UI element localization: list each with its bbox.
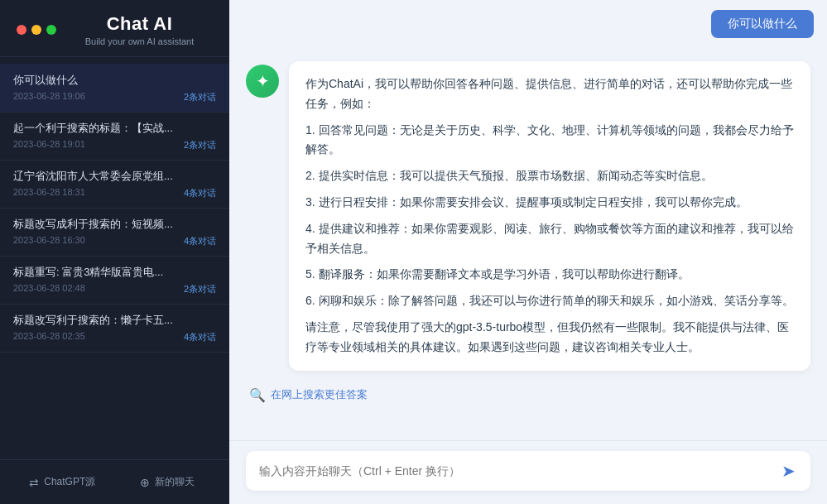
conv-title: 标题改写成利于搜索的：短视频...	[13, 217, 216, 232]
search-icon: 🔍	[249, 387, 266, 403]
conv-date: 2023-06-28 02:35	[13, 331, 85, 343]
input-container: ➤	[246, 451, 810, 491]
conv-meta: 2023-06-28 02:48 2条对话	[13, 283, 216, 295]
conv-meta: 2023-06-28 19:01 2条对话	[13, 139, 216, 151]
conv-item-top: 标题重写: 富贵3精华版富贵电...	[13, 265, 216, 280]
app-title-block: Chat AI Build your own AI assistant	[66, 13, 213, 46]
list-item[interactable]: 标题改写利于搜索的：懒子卡五... 2023-06-28 02:35 4条对话	[0, 305, 229, 353]
conv-meta: 2023-06-28 02:35 4条对话	[13, 331, 216, 343]
message-item-4: 5. 翻译服务：如果你需要翻译文本或是学习外语，我可以帮助你进行翻译。	[305, 265, 794, 285]
conv-count: 2条对话	[184, 139, 216, 151]
conv-count: 4条对话	[184, 235, 216, 247]
conv-count: 4条对话	[184, 187, 216, 199]
message-item-3: 4. 提供建议和推荐：如果你需要观影、阅读、旅行、购物或餐饮等方面的建议和推荐，…	[305, 219, 794, 259]
ai-icon: ✦	[256, 71, 270, 91]
conv-date: 2023-06-28 02:48	[13, 283, 85, 295]
conv-item-top: 你可以做什么 导出 ↻	[13, 72, 216, 88]
conv-item-top: 辽宁省沈阳市人大常委会原党组...	[13, 169, 216, 184]
app-subtitle: Build your own AI assistant	[66, 36, 213, 46]
source-icon: ⇄	[29, 476, 39, 489]
conv-date: 2023-06-28 18:31	[13, 187, 85, 199]
message-intro: 作为ChatAi，我可以帮助你回答各种问题、提供信息、进行简单的对话，还可以帮助…	[305, 74, 794, 114]
list-item[interactable]: 起一个利于搜索的标题：【实战... 2023-06-28 19:01 2条对话	[0, 113, 229, 161]
refresh-button[interactable]: ↻	[202, 72, 216, 88]
new-chat-label: 新的聊天	[155, 475, 195, 489]
conv-date: 2023-06-28 19:01	[13, 139, 85, 151]
message-item-5: 6. 闲聊和娱乐：除了解答问题，我还可以与你进行简单的聊天和娱乐，如小游戏、笑话…	[305, 291, 794, 311]
conv-title: 辽宁省沈阳市人大常委会原党组...	[13, 169, 216, 184]
message-item-1: 2. 提供实时信息：我可以提供天气预报、股票市场数据、新闻动态等实时信息。	[305, 166, 794, 186]
conv-item-top: 标题改写利于搜索的：懒子卡五...	[13, 313, 216, 328]
conv-date: 2023-06-28 16:30	[13, 235, 85, 247]
input-area: ➤	[229, 440, 827, 504]
conv-item-top: 起一个利于搜索的标题：【实战...	[13, 121, 216, 136]
maximize-button[interactable]	[46, 25, 56, 35]
source-label: ChatGPT源	[44, 475, 95, 489]
sidebar: Chat AI Build your own AI assistant 你可以做…	[0, 0, 229, 504]
conv-date: 2023-06-28 19:06	[13, 91, 85, 103]
minimize-button[interactable]	[31, 25, 41, 35]
conv-meta: 2023-06-28 18:31 4条对话	[13, 187, 216, 199]
list-item[interactable]: 标题改写成利于搜索的：短视频... 2023-06-28 16:30 4条对话	[0, 209, 229, 257]
message-block: ✦ 作为ChatAi，我可以帮助你回答各种问题、提供信息、进行简单的对话，还可以…	[246, 61, 810, 371]
message-note: 请注意，尽管我使用了强大的gpt-3.5-turbo模型，但我仍然有一些限制。我…	[305, 318, 794, 358]
conv-count: 2条对话	[184, 91, 216, 103]
list-item[interactable]: 你可以做什么 导出 ↻ 2023-06-28 19:06 2条对话	[0, 64, 229, 113]
send-button[interactable]: ➤	[780, 459, 797, 482]
conv-count: 4条对话	[184, 331, 216, 343]
app-title: Chat AI	[66, 13, 213, 35]
avatar: ✦	[246, 65, 279, 98]
main-panel: 你可以做什么 ✦ 作为ChatAi，我可以帮助你回答各种问题、提供信息、进行简单…	[229, 0, 827, 504]
search-input[interactable]	[259, 464, 772, 478]
sidebar-footer: ⇄ ChatGPT源 ⊕ 新的聊天	[0, 459, 229, 504]
search-hint-text: 在网上搜索更佳答案	[271, 387, 368, 402]
main-header: 你可以做什么	[229, 0, 827, 48]
traffic-lights	[17, 25, 56, 35]
list-item[interactable]: 标题重写: 富贵3精华版富贵电... 2023-06-28 02:48 2条对话	[0, 257, 229, 305]
conv-item-top: 标题改写成利于搜索的：短视频...	[13, 217, 216, 232]
chatgpt-source-button[interactable]: ⇄ ChatGPT源	[13, 470, 112, 494]
conv-meta: 2023-06-28 19:06 2条对话	[13, 91, 216, 103]
conversation-list: 你可以做什么 导出 ↻ 2023-06-28 19:06 2条对话 起一个利于搜…	[0, 57, 229, 459]
new-chat-icon: ⊕	[140, 476, 150, 489]
chat-area: ✦ 作为ChatAi，我可以帮助你回答各种问题、提供信息、进行简单的对话，还可以…	[229, 48, 827, 440]
conv-meta: 2023-06-28 16:30 4条对话	[13, 235, 216, 247]
message-bubble: 作为ChatAi，我可以帮助你回答各种问题、提供信息、进行简单的对话，还可以帮助…	[289, 61, 810, 371]
message-item-0: 1. 回答常见问题：无论是关于历史、科学、文化、地理、计算机等领域的问题，我都会…	[305, 121, 794, 161]
export-button[interactable]: 导出	[174, 72, 199, 88]
conv-title: 你可以做什么	[13, 73, 174, 88]
conv-title: 标题重写: 富贵3精华版富贵电...	[13, 265, 216, 280]
sidebar-header: Chat AI Build your own AI assistant	[0, 0, 229, 57]
can-do-button[interactable]: 你可以做什么	[711, 10, 814, 38]
send-icon: ➤	[781, 461, 796, 481]
conv-title: 起一个利于搜索的标题：【实战...	[13, 121, 216, 136]
new-chat-button[interactable]: ⊕ 新的聊天	[118, 470, 217, 494]
close-button[interactable]	[17, 25, 26, 35]
message-item-2: 3. 进行日程安排：如果你需要安排会议、提醒事项或制定日程安排，我可以帮你完成。	[305, 193, 794, 213]
search-hint[interactable]: 🔍 在网上搜索更佳答案	[246, 384, 810, 406]
conv-count: 2条对话	[184, 283, 216, 295]
conv-title: 标题改写利于搜索的：懒子卡五...	[13, 313, 216, 328]
list-item[interactable]: 辽宁省沈阳市人大常委会原党组... 2023-06-28 18:31 4条对话	[0, 161, 229, 209]
